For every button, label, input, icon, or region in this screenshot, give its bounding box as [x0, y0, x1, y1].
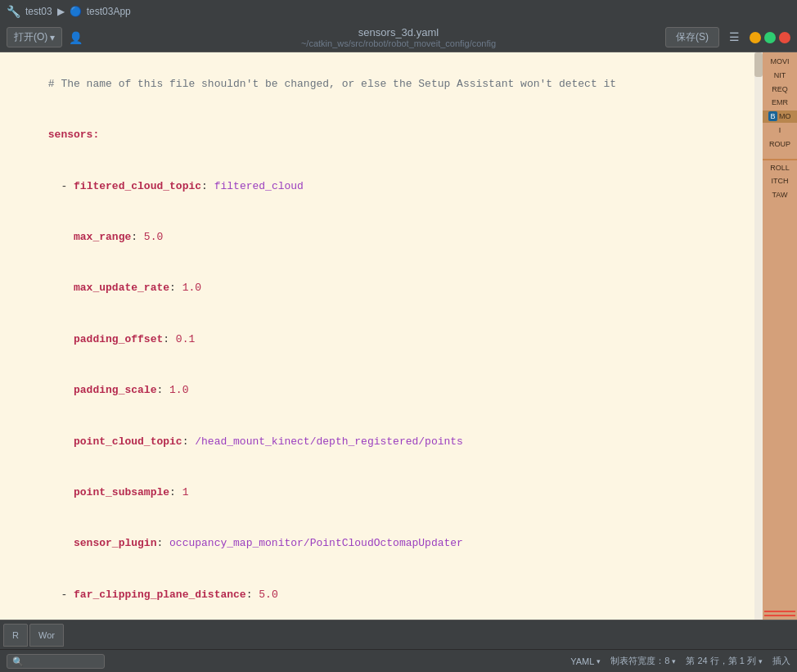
app-icon: 🔵	[70, 6, 82, 18]
key-8: sensor_plugin	[48, 537, 157, 549]
maximize-button[interactable]	[764, 32, 776, 43]
project-name: test03	[25, 6, 52, 17]
tab-dropdown[interactable]: 制表符宽度：8 ▾	[610, 655, 676, 667]
scrollbar[interactable]	[754, 52, 763, 620]
right-panel-item-movi[interactable]: MOVI	[763, 56, 797, 68]
val-8: occupancy_map_monitor/PointCloudOctomapU…	[169, 537, 463, 549]
red-line-1	[764, 611, 795, 612]
open-button[interactable]: 打开(O) ▾	[7, 27, 62, 47]
right-panel-item-req[interactable]: REQ	[763, 83, 797, 96]
code-line-sensors: sensors:	[10, 110, 753, 160]
key-7: point_subsample	[48, 486, 169, 498]
profile-button[interactable]: 👤	[65, 28, 86, 47]
right-panel: MOVI NIT REQ EMR B MO I ROUP ROLL ITCH T…	[763, 52, 797, 620]
right-panel-item-i[interactable]: I	[763, 124, 797, 137]
val-7: 1	[182, 486, 189, 498]
scrollbar-thumb[interactable]	[754, 52, 763, 77]
red-line-2	[764, 615, 795, 616]
title-arrow: ▶	[57, 6, 65, 17]
main-area: # The name of this file shouldn't be cha…	[0, 52, 797, 620]
position-label: 第 24 行，第 1 列	[686, 655, 756, 667]
code-line-5: padding_scale: 1.0	[10, 365, 753, 416]
tab-caret-icon: ▾	[672, 657, 676, 665]
code-line-2: max_range: 5.0	[10, 212, 753, 263]
toolbar-left: 打开(O) ▾ 👤	[7, 27, 86, 47]
panel-bottom	[763, 607, 797, 620]
code-line-9: - far_clipping_plane_distance: 5.0	[10, 570, 753, 620]
val-9: 5.0	[259, 589, 277, 601]
bottom-tabs: R Wor	[0, 620, 797, 649]
panel-divider	[763, 159, 797, 160]
status-bar: YAML ▾ 制表符宽度：8 ▾ 第 24 行，第 1 列 ▾ 插入	[0, 649, 797, 672]
insert-label: 插入	[772, 655, 790, 667]
val-3: 1.0	[182, 282, 201, 294]
code-line-6: point_cloud_topic: /head_mount_kinect/de…	[10, 417, 753, 467]
right-panel-item-mo[interactable]: B MO	[763, 110, 797, 123]
position-dropdown[interactable]: 第 24 行，第 1 列 ▾	[686, 655, 763, 667]
right-panel-item-itch[interactable]: ITCH	[763, 175, 797, 187]
code-line-4: padding_offset: 0.1	[10, 314, 753, 365]
position-caret-icon: ▾	[759, 657, 763, 665]
open-caret-icon: ▾	[50, 32, 55, 43]
comment-line: # The name of this file shouldn't be cha…	[10, 59, 753, 110]
yaml-caret-icon: ▾	[597, 657, 601, 665]
search-input[interactable]	[7, 654, 105, 669]
code-line-3: max_update_rate: 1.0	[10, 264, 753, 314]
key-6: point_cloud_topic	[48, 435, 182, 448]
editor-toolbar: 打开(O) ▾ 👤 sensors_3d.yaml ~/catkin_ws/sr…	[0, 23, 797, 52]
key-2: max_range	[48, 231, 131, 243]
status-left	[7, 654, 105, 669]
key-3: max_update_rate	[48, 282, 169, 294]
minimize-button[interactable]	[750, 32, 761, 43]
right-panel-item-roll[interactable]: ROLL	[763, 162, 797, 174]
panel-badge: B	[768, 111, 777, 121]
code-line-8: sensor_plugin: occupancy_map_monitor/Poi…	[10, 519, 753, 570]
key-5: padding_scale	[48, 384, 157, 396]
code-line-1: - filtered_cloud_topic: filtered_cloud	[10, 161, 753, 212]
val-6: /head_mount_kinect/depth_registered/poin…	[195, 435, 463, 448]
bottom-tab-r-label: R	[12, 630, 19, 640]
bottom-tab-wor-label: Wor	[38, 630, 55, 640]
right-panel-item-roup[interactable]: ROUP	[763, 138, 797, 151]
save-button[interactable]: 保存(S)	[665, 27, 719, 47]
key-1: filtered_cloud_topic	[74, 180, 201, 192]
open-label: 打开(O)	[14, 30, 47, 44]
status-right: YAML ▾ 制表符宽度：8 ▾ 第 24 行，第 1 列 ▾ 插入	[570, 655, 790, 667]
editor-area[interactable]: # The name of this file shouldn't be cha…	[0, 52, 763, 620]
dash-2: -	[48, 589, 74, 601]
key-4: padding_offset	[48, 333, 163, 345]
bottom-tab-wor[interactable]: Wor	[29, 624, 64, 647]
yaml-dropdown[interactable]: YAML ▾	[570, 656, 601, 666]
right-panel-item-taw[interactable]: TAW	[763, 189, 797, 201]
yaml-label: YAML	[570, 656, 594, 666]
val-1: filtered_cloud	[214, 180, 304, 192]
code-line-7: point_subsample: 1	[10, 467, 753, 518]
val-2: 5.0	[144, 231, 163, 243]
dash-1: -	[48, 180, 74, 192]
bottom-tab-r[interactable]: R	[3, 624, 28, 647]
right-panel-item-emr[interactable]: EMR	[763, 97, 797, 109]
app-name: test03App	[87, 6, 131, 17]
close-button[interactable]	[779, 32, 790, 43]
key-9: far_clipping_plane_distance	[74, 589, 246, 601]
toolbar-right: 保存(S) ☰	[665, 27, 790, 47]
right-panel-item-nit[interactable]: NIT	[763, 70, 797, 82]
menu-icon[interactable]: ☰	[726, 29, 743, 46]
file-name: sensors_3d.yaml	[301, 26, 496, 38]
comment-text: # The name of this file shouldn't be cha…	[48, 78, 616, 90]
file-path: ~/catkin_ws/src/robot/robot_moveit_confi…	[301, 38, 496, 48]
window-controls	[750, 32, 790, 43]
file-title-center: sensors_3d.yaml ~/catkin_ws/src/robot/ro…	[301, 26, 496, 48]
val-4: 0.1	[176, 333, 195, 345]
key-sensors: sensors:	[48, 129, 99, 141]
titlebar: 🔧 test03 ▶ 🔵 test03App	[0, 0, 797, 23]
tab-label: 制表符宽度：8	[610, 655, 669, 667]
val-5: 1.0	[169, 384, 188, 396]
project-icon: 🔧	[7, 5, 20, 19]
